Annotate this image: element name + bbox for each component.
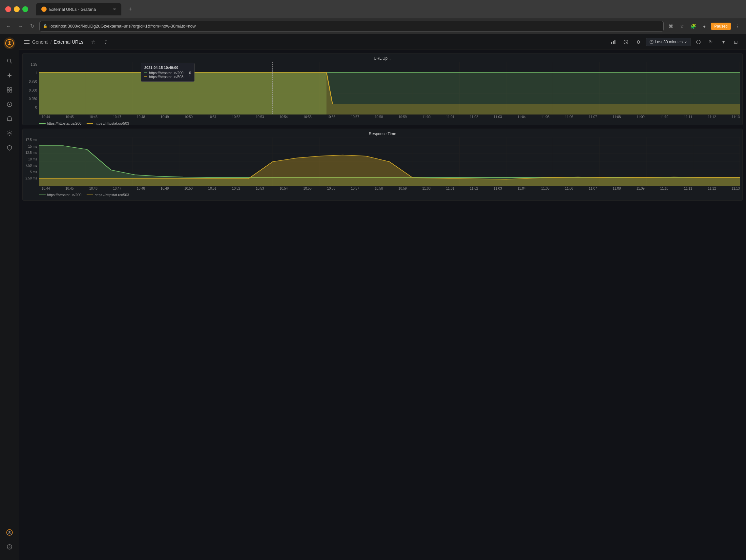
- browser-titlebar: External URLs - Grafana ✕ +: [0, 0, 746, 18]
- address-text: localhost:3000/d/NoUDg2uGz/external-urls…: [50, 24, 660, 29]
- response-time-x-axis: 10:44 10:45 10:46 10:47 10:48 10:49 10:5…: [23, 186, 742, 192]
- keyboard-shortcut-icon: ⌘: [666, 22, 676, 31]
- close-dot[interactable]: [5, 6, 11, 12]
- svg-marker-81: [39, 155, 740, 186]
- sidebar-item-help[interactable]: ?: [3, 540, 16, 554]
- svg-rect-22: [24, 43, 30, 44]
- svg-line-6: [10, 62, 12, 63]
- refresh-button[interactable]: ↻: [28, 22, 37, 31]
- url-up-chart-container: 2021-04-15 10:49:00 https://httpstat.us/…: [39, 62, 740, 114]
- back-button[interactable]: ←: [4, 22, 13, 31]
- breadcrumb: General / External URLs: [32, 39, 83, 45]
- svg-rect-25: [614, 40, 615, 44]
- svg-rect-24: [613, 41, 614, 44]
- svg-point-17: [8, 531, 10, 533]
- browser-tab[interactable]: External URLs - Grafana ✕: [36, 3, 121, 16]
- settings-button[interactable]: ⚙: [633, 37, 643, 47]
- url-up-x-axis: 10:44 10:45 10:46 10:47 10:48 10:49 10:5…: [23, 114, 742, 120]
- response-time-title: Response Time: [23, 129, 742, 137]
- save-button[interactable]: [621, 37, 631, 47]
- svg-rect-10: [10, 88, 12, 89]
- response-time-chart: [39, 137, 740, 186]
- svg-rect-23: [611, 42, 612, 44]
- chart-type-button[interactable]: [608, 37, 619, 47]
- sidebar-item-settings[interactable]: [3, 127, 16, 140]
- legend-item-200: https://httpstat.us/200: [39, 121, 81, 125]
- new-tab-button[interactable]: +: [125, 4, 135, 14]
- profile-icon[interactable]: ●: [700, 22, 709, 31]
- bookmark-icon[interactable]: ☆: [678, 22, 687, 31]
- svg-rect-9: [7, 88, 9, 89]
- lock-icon: 🔒: [43, 24, 48, 28]
- svg-point-14: [9, 104, 10, 105]
- maximize-dot[interactable]: [22, 6, 28, 12]
- sidebar: ?: [0, 34, 19, 560]
- svg-text:?: ?: [8, 545, 10, 549]
- extensions-icon[interactable]: 🧩: [689, 22, 698, 31]
- star-button[interactable]: ☆: [89, 37, 98, 47]
- grafana-logo: [4, 37, 16, 49]
- refresh-dropdown-button[interactable]: ▾: [718, 37, 728, 47]
- url-up-chart: [39, 62, 740, 114]
- svg-point-15: [8, 133, 10, 134]
- url-up-legend: https://httpstat.us/200 https://httpstat…: [23, 120, 742, 127]
- response-time-panel: Response Time 17.5 ms 15 ms 12.5 ms 10 m…: [22, 129, 743, 201]
- refresh-button[interactable]: ↻: [706, 37, 716, 47]
- response-time-y-axis: 17.5 ms 15 ms 12.5 ms 10 ms 7.50 ms 5 ms…: [23, 137, 38, 186]
- minimize-dot[interactable]: [14, 6, 20, 12]
- sidebar-item-add[interactable]: [3, 69, 16, 82]
- top-nav: General / External URLs ☆ ⤴ ⚙ Last 30: [19, 34, 746, 50]
- sidebar-item-explore[interactable]: [3, 98, 16, 111]
- breadcrumb-parent[interactable]: General: [32, 39, 49, 45]
- rt-legend-line-green: [39, 195, 46, 195]
- rt-legend-item-200: https://httpstat.us/200: [39, 193, 81, 197]
- zoom-out-button[interactable]: [693, 37, 704, 47]
- sidebar-item-user[interactable]: [3, 526, 16, 539]
- browser-chrome: External URLs - Grafana ✕ + ← → ↻ 🔒 loca…: [0, 0, 746, 34]
- svg-point-2: [8, 41, 10, 43]
- sidebar-item-alerting[interactable]: [3, 112, 16, 125]
- share-button[interactable]: ⤴: [101, 37, 111, 47]
- legend-item-503: https://httpstat.us/503: [87, 121, 129, 125]
- svg-rect-20: [24, 40, 30, 41]
- legend-line-yellow: [87, 123, 93, 124]
- menu-button[interactable]: ⋮: [733, 22, 742, 31]
- kiosk-button[interactable]: ⊡: [731, 37, 741, 47]
- url-up-panel: URL Up ⌄ 1.25 1 0.750 0.500 0.250 0: [22, 53, 743, 125]
- breadcrumb-actions: ☆ ⤴: [89, 37, 111, 47]
- sidebar-bottom: ?: [3, 526, 16, 557]
- nav-right: ⚙ Last 30 minutes ↻ ▾ ⊡: [608, 37, 741, 47]
- browser-toolbar: ← → ↻ 🔒 localhost:3000/d/NoUDg2uGz/exter…: [0, 18, 746, 34]
- legend-line-green: [39, 123, 46, 124]
- rt-legend-line-yellow: [87, 195, 93, 195]
- rt-legend-item-503: https://httpstat.us/503: [87, 193, 129, 197]
- app-container: ? General / External URLs ☆ ⤴: [0, 34, 746, 560]
- paused-button[interactable]: Paused: [711, 23, 731, 30]
- breadcrumb-current: External URLs: [54, 39, 83, 45]
- time-range-button[interactable]: Last 30 minutes: [646, 38, 691, 46]
- svg-rect-12: [10, 90, 12, 92]
- svg-rect-11: [7, 90, 9, 92]
- tab-title: External URLs - Grafana: [49, 7, 96, 12]
- response-time-chart-container: [39, 137, 740, 186]
- paused-label: Paused: [714, 24, 728, 29]
- hamburger-button[interactable]: [24, 39, 30, 45]
- sidebar-item-search[interactable]: [3, 54, 16, 67]
- browser-dots: [5, 6, 28, 12]
- url-up-title: URL Up ⌄: [23, 54, 742, 62]
- breadcrumb-separator: /: [51, 39, 52, 45]
- response-time-legend: https://httpstat.us/200 https://httpstat…: [23, 192, 742, 199]
- sidebar-item-dashboards[interactable]: [3, 83, 16, 96]
- time-range-label: Last 30 minutes: [655, 40, 683, 44]
- address-bar[interactable]: 🔒 localhost:3000/d/NoUDg2uGz/external-ur…: [39, 21, 664, 31]
- tab-favicon: [41, 6, 47, 12]
- svg-line-28: [626, 42, 627, 43]
- right-panel: General / External URLs ☆ ⤴ ⚙ Last 30: [19, 34, 746, 560]
- tab-close-button[interactable]: ✕: [113, 7, 116, 11]
- main-content: URL Up ⌄ 1.25 1 0.750 0.500 0.250 0: [19, 50, 746, 560]
- sidebar-item-shield[interactable]: [3, 141, 16, 154]
- forward-button[interactable]: →: [16, 22, 25, 31]
- url-up-y-axis: 1.25 1 0.750 0.500 0.250 0: [23, 62, 38, 114]
- browser-actions: ⌘ ☆ 🧩 ● Paused ⋮: [666, 22, 742, 31]
- svg-rect-21: [24, 42, 30, 42]
